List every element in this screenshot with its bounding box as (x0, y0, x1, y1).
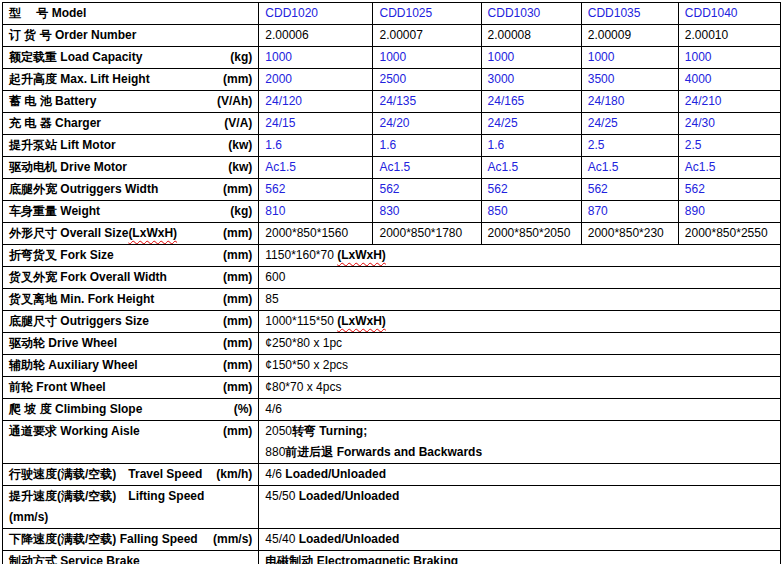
row-label-layout: 辅助轮 Auxiliary Wheel(mm) (9, 355, 252, 376)
value-cell: 1000 (259, 47, 373, 69)
text-segment: Loaded/Unloaded (299, 489, 400, 503)
value-line: ¢150*50 x 2pcs (265, 355, 774, 376)
value-cell: 1.6 (373, 135, 481, 157)
row-label-layout: 充 电 器 Charger(V/A) (9, 113, 252, 134)
text-segment: 提升速度(满载/空载) Lifting Speed (9, 489, 204, 503)
row-label-layout: 蓄 电 池 Battery(V/Ah) (9, 91, 252, 112)
row-unit: (mm) (223, 179, 252, 200)
text-segment: 前进后退 Forwards and Backwards (285, 445, 482, 459)
row-label-cell: 型 号 Model (3, 3, 259, 25)
row-label-layout: 外形尺寸 Overall Size(LxWxH)(mm) (9, 223, 252, 244)
row-label-cell: 前轮 Front Wheel(mm) (3, 377, 259, 399)
row-unit: (mm) (223, 69, 252, 90)
text-segment: 驱动轮 Drive Wheel (9, 336, 117, 350)
value-cell-merged: 4/6 Loaded/Unloaded (259, 464, 781, 486)
value-cell: 2000 (259, 69, 373, 91)
row-unit: (mm) (223, 223, 252, 244)
row-unit: (mm) (223, 311, 252, 332)
text-segment: 电磁制动 Electromagnetic Braking (265, 554, 458, 564)
row-label: 充 电 器 Charger (9, 113, 101, 134)
text-segment: 4/6 (265, 467, 285, 481)
text-segment: Loaded/Unloaded (299, 532, 400, 546)
value-line: 4/6 (265, 399, 774, 420)
value-cell: 1000 (581, 47, 678, 69)
table-row: 外形尺寸 Overall Size(LxWxH)(mm)2000*850*156… (3, 223, 781, 245)
table-row: 辅助轮 Auxiliary Wheel(mm)¢150*50 x 2pcs (3, 355, 781, 377)
row-label-layout: 货叉外宽 Fork Overall Width(mm) (9, 267, 252, 288)
row-label-layout: 货叉离地 Min. Fork Height(mm) (9, 289, 252, 310)
row-unit: (km/h) (216, 464, 252, 485)
row-label-layout: 额定载重 Load Capacity(kg) (9, 47, 252, 68)
text-segment: Loaded/Unloaded (285, 467, 386, 481)
value-cell: 24/30 (678, 113, 780, 135)
row-unit: (mm) (223, 245, 252, 266)
table-row: 驱动电机 Drive Motor(kw)Ac1.5Ac1.5Ac1.5Ac1.5… (3, 157, 781, 179)
row-unit: (kg) (230, 201, 252, 222)
text-segment: 型 号 Model (9, 6, 86, 20)
table-row: 提升速度(满载/空载) Lifting Speed(mm/s)45/50 Loa… (3, 486, 781, 529)
value-cell: 2.00007 (373, 25, 481, 47)
text-segment: 额定载重 Load Capacity (9, 50, 142, 64)
value-cell: 1000 (678, 47, 780, 69)
row-label: 辅助轮 Auxiliary Wheel (9, 355, 138, 376)
table-row: 通道要求 Working Aisle(mm)2050转弯 Turning;880… (3, 421, 781, 464)
text-segment: 货叉离地 Min. Fork Height (9, 292, 154, 306)
value-cell: 890 (678, 201, 780, 223)
row-label-cell: 通道要求 Working Aisle(mm) (3, 421, 259, 464)
value-cell-merged: 45/50 Loaded/Unloaded (259, 486, 781, 529)
text-segment: 行驶速度(满载/空载) Travel Speed (9, 467, 202, 481)
row-label-layout: 订 货 号 Order Number (9, 25, 252, 46)
row-label-cell: 提升泵站 Lift Motor(kw) (3, 135, 259, 157)
value-cell: 810 (259, 201, 373, 223)
row-unit: (V/Ah) (217, 91, 252, 112)
value-cell: CDD1030 (481, 3, 581, 25)
text-segment: ¢250*80 x 1pc (265, 336, 342, 350)
text-segment: 880 (265, 445, 285, 459)
text-segment: 4/6 (265, 402, 282, 416)
text-segment: (LxWxH) (337, 314, 386, 328)
value-cell-merged: 2050转弯 Turning;880前进后退 Forwards and Back… (259, 421, 781, 464)
value-cell: 24/120 (259, 91, 373, 113)
text-segment: 通道要求 Working Aisle (9, 424, 140, 438)
value-cell: CDD1035 (581, 3, 678, 25)
value-cell: 24/15 (259, 113, 373, 135)
value-cell: 2500 (373, 69, 481, 91)
row-label: 型 号 Model (9, 3, 86, 24)
value-line: 880前进后退 Forwards and Backwards (265, 442, 774, 463)
table-row: 货叉离地 Min. Fork Height(mm)85 (3, 289, 781, 311)
value-cell: Ac1.5 (678, 157, 780, 179)
value-cell: 1.6 (481, 135, 581, 157)
value-cell: 1000 (481, 47, 581, 69)
value-cell-merged: 600 (259, 267, 781, 289)
text-segment: 折弯货叉 Fork Size (9, 248, 114, 262)
row-label: 底腿外宽 Outriggers Width (9, 179, 158, 200)
value-cell: 562 (259, 179, 373, 201)
row-label-cell: 折弯货叉 Fork Size(mm) (3, 245, 259, 267)
row-label-layout: 驱动轮 Drive Wheel(mm) (9, 333, 252, 354)
value-cell: 24/25 (581, 113, 678, 135)
value-line: ¢250*80 x 1pc (265, 333, 774, 354)
text-segment: 提升泵站 Lift Motor (9, 138, 116, 152)
row-label: 货叉离地 Min. Fork Height (9, 289, 154, 310)
text-segment: 600 (265, 270, 285, 284)
row-label-layout: 驱动电机 Drive Motor(kw) (9, 157, 252, 178)
text-segment: (LxWxH) (128, 226, 177, 240)
value-cell: 2.00008 (481, 25, 581, 47)
row-label: 外形尺寸 Overall Size(LxWxH) (9, 223, 177, 244)
row-label: 下降速度(满载/空载) Falling Speed (9, 529, 198, 550)
value-line: ¢80*70 x 4pcs (265, 377, 774, 398)
value-line: 85 (265, 289, 774, 310)
value-cell: 562 (581, 179, 678, 201)
value-cell: 24/210 (678, 91, 780, 113)
value-cell: 2.5 (678, 135, 780, 157)
value-cell: 3500 (581, 69, 678, 91)
table-row: 车身重量 Weight(kg)810830850870890 (3, 201, 781, 223)
row-label: 订 货 号 Order Number (9, 25, 136, 46)
value-cell: 2.00009 (581, 25, 678, 47)
text-segment: ¢80*70 x 4pcs (265, 380, 341, 394)
table-row: 制动方式 Service Brake电磁制动 Electromagnetic B… (3, 551, 781, 564)
value-cell: 2000*850*1560 (259, 223, 373, 245)
text-segment: 底腿尺寸 Outriggers Size (9, 314, 149, 328)
value-cell: CDD1040 (678, 3, 780, 25)
value-cell: 562 (481, 179, 581, 201)
